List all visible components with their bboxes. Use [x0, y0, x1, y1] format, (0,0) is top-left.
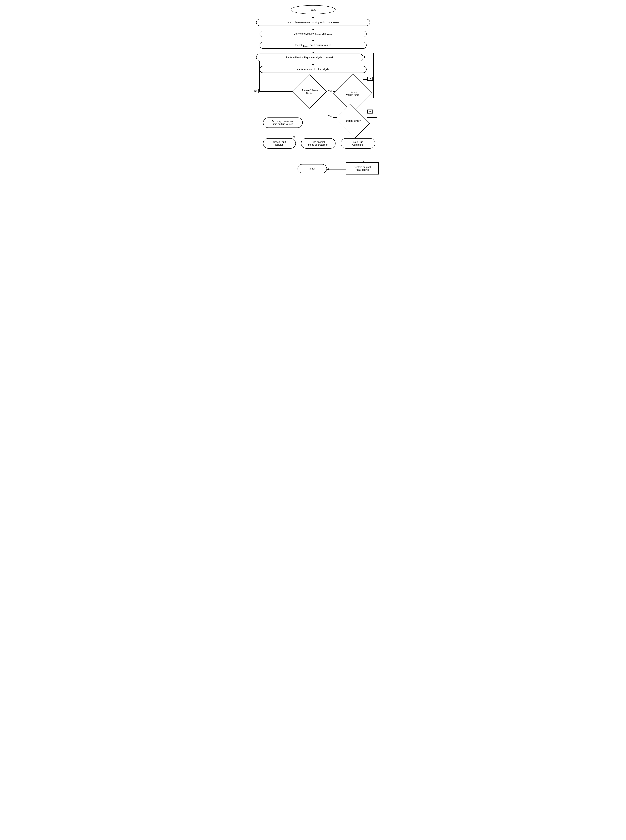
shortcircuit-label: Perform Short Circuit Analysis: [297, 68, 329, 71]
setrelay-label: Set relay current andtime on Min Values: [272, 120, 294, 126]
diamond2-text: If IF(max)With in range: [346, 90, 359, 96]
start-shape: Start: [291, 5, 335, 14]
input-shape: Input: Observe network configuration par…: [256, 19, 370, 26]
preset-shape: Preset IPickup, Fault current values: [260, 42, 366, 49]
svg-marker-5: [312, 40, 314, 42]
no2-label: No: [367, 77, 373, 81]
restore-label: Restore originalrelay setting: [354, 166, 371, 171]
issuetrip-shape: Issue TripCommand: [341, 138, 375, 149]
yes2-label: Yes: [327, 114, 333, 118]
flowchart: Start Input: Observe network configurati…: [242, 3, 384, 190]
svg-marker-36: [327, 168, 329, 170]
svg-marker-21: [363, 56, 365, 58]
newton-shape: Perform Newton Raphon Analysis N=N+1: [256, 53, 363, 61]
svg-marker-34: [362, 161, 364, 162]
shortcircuit-shape: Perform Short Circuit Analysis: [260, 66, 366, 73]
finish-label: Finish: [309, 167, 315, 170]
no1-label: No: [253, 89, 259, 93]
diamond1-shape: If IF(max) > IF(min)Setting: [293, 74, 327, 109]
define-shape: Define the Limits of IF(max) and IF(min): [260, 31, 366, 37]
restore-shape: Restore originalrelay setting: [346, 162, 379, 174]
diamond3-text: Fault Identified?: [345, 119, 361, 122]
start-label: Start: [310, 8, 316, 11]
checkfault-label: Check Faultlocation: [273, 141, 286, 146]
finish-shape: Finish: [297, 164, 327, 173]
define-label: Define the Limits of IF(max) and IF(min): [294, 32, 332, 36]
input-label: Input: Observe network configuration par…: [287, 21, 339, 24]
svg-marker-28: [293, 137, 295, 138]
diamond3-shape: Fault Identified?: [336, 104, 370, 138]
svg-marker-7: [312, 52, 314, 53]
preset-label: Preset IPickup, Fault current values: [295, 44, 331, 47]
svg-marker-3: [312, 29, 314, 31]
diamond1-text: If IF(max) > IF(min)Setting: [302, 88, 318, 94]
newton-label: Perform Newton Raphon Analysis N=N+1: [286, 56, 333, 59]
setrelay-shape: Set relay current andtime on Min Values: [263, 118, 303, 128]
no3-label: No: [367, 110, 373, 113]
svg-marker-9: [312, 64, 314, 66]
checkfault-shape: Check Faultlocation: [263, 138, 296, 149]
yes1-label: Yes: [327, 89, 333, 93]
findoptimal-shape: Find optimalmode of protection: [301, 138, 335, 149]
findoptimal-label: Find optimalmode of protection: [308, 141, 328, 146]
issuetrip-label: Issue TripCommand: [352, 141, 363, 146]
svg-marker-1: [312, 17, 314, 19]
